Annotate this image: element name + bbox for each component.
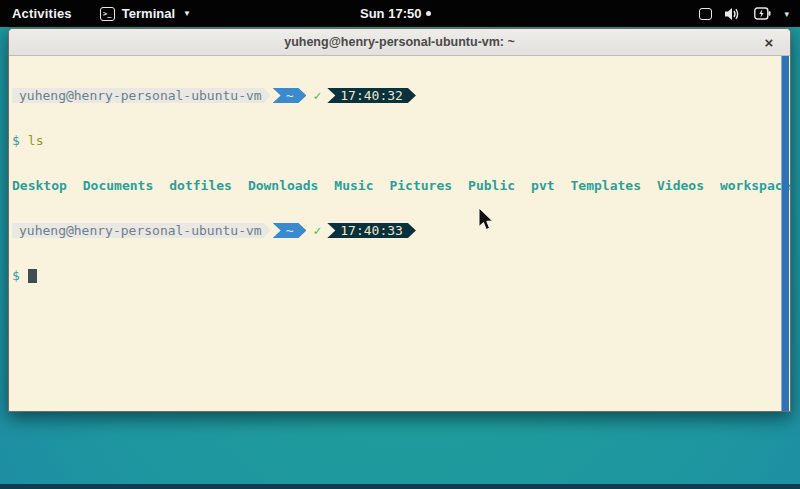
dir-entry: Downloads — [248, 178, 318, 193]
dir-entry: Music — [334, 178, 373, 193]
command-text: ls — [28, 133, 44, 148]
input-line: $ — [12, 268, 790, 283]
dir-entry: Public — [468, 178, 515, 193]
terminal-app-icon: >_ — [100, 7, 115, 21]
terminal-window: yuheng@henry-personal-ubuntu-vm: ~ × yuh… — [8, 28, 791, 412]
dir-entry: Templates — [571, 178, 641, 193]
dir-entry: dotfiles — [169, 178, 232, 193]
text-cursor — [28, 269, 37, 283]
prompt-time-segment: 17:40:32 — [327, 88, 416, 103]
prompt-user-segment: yuheng@henry-personal-ubuntu-vm — [12, 88, 271, 103]
prompt-time-segment: 17:40:33 — [327, 223, 416, 238]
battery-charging-icon — [754, 7, 771, 20]
prompt-line: yuheng@henry-personal-ubuntu-vm~✓17:40:3… — [12, 223, 790, 238]
chevron-down-icon: ▾ — [784, 9, 789, 19]
close-icon[interactable]: × — [759, 32, 779, 52]
desktop-bottom-strip — [0, 484, 800, 489]
dir-entry: Desktop — [12, 178, 67, 193]
chevron-down-icon: ▼ — [183, 9, 191, 18]
terminal-screen[interactable]: yuheng@henry-personal-ubuntu-vm~✓17:40:3… — [9, 56, 790, 411]
scrollbar-thumb[interactable] — [781, 56, 789, 411]
command-line: $ls — [12, 133, 790, 148]
activities-button[interactable]: Activities — [12, 6, 72, 21]
prompt-user-segment: yuheng@henry-personal-ubuntu-vm — [12, 223, 271, 238]
prompt-symbol: $ — [12, 133, 20, 148]
clock-label: Sun 17:50 — [360, 6, 421, 21]
top-bar: Activities >_ Terminal ▼ Sun 17:50 ▾ — [0, 0, 800, 27]
screen-icon — [699, 8, 712, 20]
prompt-path-segment: ~ — [273, 88, 307, 103]
dir-entry: pvt — [531, 178, 554, 193]
check-icon: ✓ — [306, 223, 327, 238]
system-status-area[interactable]: ▾ — [699, 7, 789, 21]
prompt-symbol: $ — [12, 268, 20, 283]
app-menu-terminal[interactable]: >_ Terminal ▼ — [100, 6, 191, 21]
ls-output-line: DesktopDocumentsdotfilesDownloadsMusicPi… — [12, 178, 790, 193]
dir-entry: Pictures — [389, 178, 452, 193]
check-icon: ✓ — [306, 88, 327, 103]
volume-icon — [725, 7, 741, 21]
prompt-path-segment: ~ — [273, 223, 307, 238]
clock-menu[interactable]: Sun 17:50 — [360, 6, 431, 21]
scrollbar[interactable] — [780, 56, 790, 411]
prompt-line: yuheng@henry-personal-ubuntu-vm~✓17:40:3… — [12, 88, 790, 103]
app-menu-label: Terminal — [122, 6, 175, 21]
window-title: yuheng@henry-personal-ubuntu-vm: ~ — [284, 35, 515, 49]
window-titlebar[interactable]: yuheng@henry-personal-ubuntu-vm: ~ × — [9, 29, 790, 56]
notification-dot-icon — [426, 11, 431, 16]
mouse-cursor-icon — [478, 207, 496, 233]
dir-entry: Videos — [657, 178, 704, 193]
dir-entry: Documents — [83, 178, 153, 193]
